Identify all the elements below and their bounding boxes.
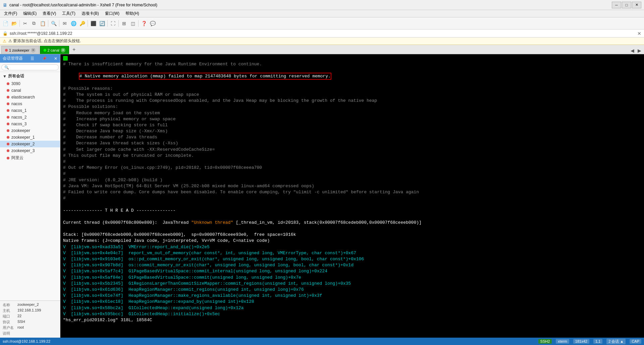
menu-file[interactable]: 文件(F) bbox=[1, 10, 20, 17]
sidebar-pin-icon[interactable]: 📌 bbox=[42, 57, 46, 60]
tab-next-button[interactable]: ▶ bbox=[636, 47, 643, 54]
tab-prev-button[interactable]: ◀ bbox=[629, 47, 636, 54]
maximize-button[interactable]: □ bbox=[622, 2, 631, 8]
term-line: # bbox=[63, 171, 641, 177]
info-name-label: 名称 bbox=[3, 302, 16, 307]
sidebar-item-nacos-2[interactable]: nacos_2 bbox=[0, 114, 60, 121]
toolbar-separator-4 bbox=[88, 20, 88, 27]
info-port-value: 22 bbox=[17, 314, 21, 319]
tree-group-all-sessions[interactable]: ▼ 所有会话 bbox=[0, 72, 60, 80]
status-right-items: SSH2 xterm 181x42 1,1 2 会话 ▲ CAP bbox=[538, 339, 641, 344]
info-row-protocol: 协议 SSH bbox=[1, 319, 59, 325]
term-frame-1: V [libjvm.so+0xad33a5] VMError::report_a… bbox=[63, 244, 641, 250]
info-host-value: 192.168.1.199 bbox=[17, 308, 41, 313]
info-note-label: 说明 bbox=[3, 331, 16, 336]
comment-button[interactable]: 💬 bbox=[149, 19, 157, 27]
term-line: # Decrease Java thread stack sizes (-Xss… bbox=[63, 140, 641, 146]
status-ssh-badge: SSH2 bbox=[538, 339, 552, 344]
menu-help[interactable]: 帮助(H) bbox=[123, 10, 142, 17]
term-frame-6: V [libjvm.so+0x5af84e] G1PageBasedVirtua… bbox=[63, 275, 641, 281]
toolbar-separator-6 bbox=[118, 20, 119, 27]
info-protocol-value: SSH bbox=[17, 320, 25, 325]
split-button[interactable]: ◫ bbox=[129, 19, 137, 27]
term-line: # Possible solutions: bbox=[63, 104, 641, 110]
sidebar-item-zookeeper[interactable]: zookeeper bbox=[0, 127, 60, 134]
tab-add-button[interactable]: + bbox=[70, 47, 78, 53]
sidebar-item-zookeeper-2[interactable]: zookeeper_2 bbox=[0, 141, 60, 147]
terminal[interactable]: # There is insufficient memory for the J… bbox=[60, 54, 644, 338]
menu-tools[interactable]: 工具(T) bbox=[59, 10, 78, 17]
search-button[interactable]: 🔍 bbox=[50, 19, 58, 27]
new-session-button[interactable]: 📄 bbox=[1, 19, 9, 27]
menu-view[interactable]: 查看(V) bbox=[40, 10, 59, 17]
cut-button[interactable]: ✂ bbox=[21, 19, 29, 27]
sidebar-item-nacos[interactable]: nacos bbox=[0, 100, 60, 107]
term-line: # Reduce memory load on the system bbox=[63, 110, 641, 116]
term-line: # JRE version: (8.0_202-b08) (build ) bbox=[63, 177, 641, 183]
sidebar-item-label: zookeeper_1 bbox=[11, 135, 35, 140]
sidebar-item-elasticsearch[interactable]: elasticsearch bbox=[0, 94, 60, 100]
sidebar-item-zookeeper-1[interactable]: zookeeper_1 bbox=[0, 134, 60, 141]
sidebar-item-canal[interactable]: canal bbox=[0, 87, 60, 94]
sidebar-header: 会话管理器 ☰ 📌 ✕ bbox=[0, 54, 60, 63]
info-row-note: 说明 bbox=[1, 331, 59, 336]
layout-button[interactable]: ⊞ bbox=[120, 19, 128, 27]
sidebar-close-icon[interactable]: ✕ bbox=[54, 56, 57, 61]
menu-edit[interactable]: 编辑(E) bbox=[20, 10, 39, 17]
compose-button[interactable]: ✉ bbox=[61, 19, 69, 27]
tab-status-dot bbox=[5, 49, 8, 52]
term-line: # Out of Memory Error (os_linux.cpp:2749… bbox=[63, 165, 641, 171]
session-status-dot bbox=[7, 102, 9, 105]
term-line: # Decrease number of Java threads bbox=[63, 134, 641, 140]
minimize-button[interactable]: ─ bbox=[612, 2, 621, 8]
info-row-host: 主机 192.168.1.199 bbox=[1, 308, 59, 314]
status-cursor-pos: 1,1 bbox=[593, 339, 602, 344]
window-controls: ─ □ ✕ bbox=[612, 2, 641, 8]
term-line: # bbox=[63, 159, 641, 165]
info-protocol-label: 协议 bbox=[3, 320, 16, 325]
toolbar-separator-7 bbox=[138, 20, 139, 27]
warning-icon: ⚠ bbox=[3, 39, 6, 44]
lock-icon: 🔒 bbox=[3, 31, 8, 36]
sidebar-item-zookeeper-3[interactable]: zookeeper_3 bbox=[0, 147, 60, 154]
sidebar-item-nacos-3[interactable]: nacos_3 bbox=[0, 121, 60, 127]
tab-canal[interactable]: 2 canal ✕ bbox=[40, 46, 69, 54]
refresh-button[interactable]: 🔄 bbox=[98, 19, 106, 27]
notification-bar: ⚠ ⚠ 要添加当前会话, 点击左侧的箭头按钮. bbox=[0, 38, 644, 45]
term-frame-3: V [libjvm.so+0x9103e6] os::pd_commit_mem… bbox=[63, 256, 641, 262]
tab-zookeeper[interactable]: 1 zookeeper ✕ bbox=[1, 46, 39, 54]
paste-button[interactable]: 📋 bbox=[39, 19, 47, 27]
session-status-dot bbox=[7, 136, 9, 139]
sidebar-title: 会话管理器 bbox=[3, 56, 23, 61]
address-close-button[interactable]: ✕ bbox=[637, 31, 641, 36]
sidebar-item-aliyun[interactable]: 阿里云 bbox=[0, 154, 60, 162]
sidebar-item-label: nacos_2 bbox=[11, 115, 26, 120]
sidebar-search-input[interactable] bbox=[1, 64, 59, 70]
highlighted-error: # Native memory allocation (mmap) failed… bbox=[79, 73, 331, 80]
menu-tabs[interactable]: 选项卡(B) bbox=[79, 10, 102, 17]
tab-canal-dot bbox=[44, 49, 46, 52]
key-button[interactable]: 🔑 bbox=[78, 19, 86, 27]
sidebar-menu-icon[interactable]: ☰ bbox=[31, 56, 34, 61]
session-status-dot bbox=[7, 109, 9, 112]
term-line: # Check if swap backing store is full bbox=[63, 122, 641, 128]
status-bar: ssh://root@192.168.1.199:22 SSH2 xterm 1… bbox=[0, 338, 644, 345]
stop-button[interactable]: ⬛ bbox=[89, 19, 97, 27]
term-current-thread: Current thread (0x00007f68c800e800): Jav… bbox=[63, 220, 641, 226]
copy-button[interactable]: ⧉ bbox=[30, 19, 38, 27]
tab-canal-close[interactable]: ✕ bbox=[61, 48, 65, 53]
zoom-button[interactable]: ⛶ bbox=[109, 19, 117, 27]
session-status-dot bbox=[7, 129, 9, 132]
term-frame-11: V [libjvm.so+0x58bc2a] G1CollectedHeap::… bbox=[63, 305, 641, 311]
sidebar: 会话管理器 ☰ 📌 ✕ ▼ 所有会话 3090 canal elastics bbox=[0, 54, 60, 338]
tab-zookeeper-close[interactable]: ✕ bbox=[31, 48, 36, 53]
transfer-button[interactable]: 🌐 bbox=[69, 19, 77, 27]
help-button[interactable]: ❓ bbox=[140, 19, 148, 27]
sidebar-item-label: canal bbox=[11, 88, 21, 93]
sidebar-item-nacos-1[interactable]: nacos_1 bbox=[0, 107, 60, 114]
menu-window[interactable]: 窗口(W) bbox=[102, 10, 122, 17]
open-button[interactable]: 📂 bbox=[10, 19, 18, 27]
sidebar-item-3090[interactable]: 3090 bbox=[0, 80, 60, 87]
close-button[interactable]: ✕ bbox=[632, 2, 641, 8]
term-line: # Decrease Java heap size (-Xmx/-Xms) bbox=[63, 128, 641, 134]
